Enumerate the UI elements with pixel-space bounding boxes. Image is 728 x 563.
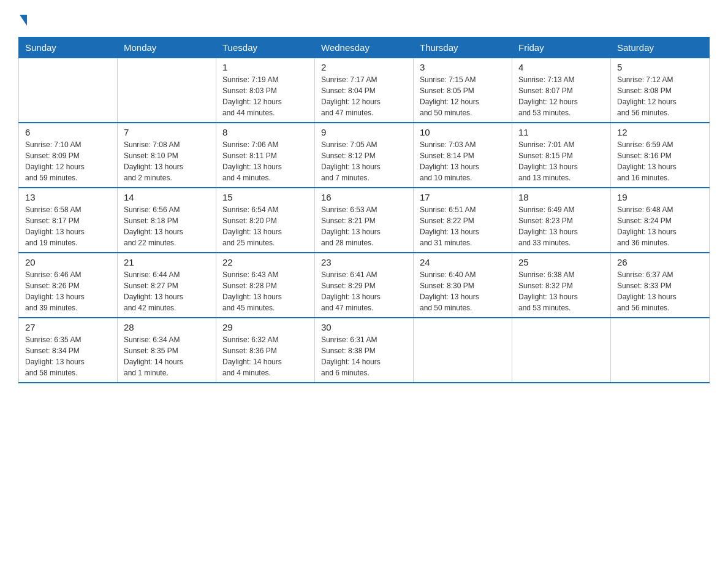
calendar-cell: 25Sunrise: 6:38 AM Sunset: 8:32 PM Dayli…: [512, 253, 611, 318]
weekday-header-saturday: Saturday: [611, 37, 710, 58]
day-detail: Sunrise: 7:08 AM Sunset: 8:10 PM Dayligh…: [124, 139, 210, 183]
weekday-header-sunday: Sunday: [19, 37, 118, 58]
calendar-cell: 21Sunrise: 6:44 AM Sunset: 8:27 PM Dayli…: [118, 253, 216, 318]
day-number: 16: [321, 192, 407, 202]
day-number: 27: [25, 322, 111, 332]
day-number: 11: [518, 127, 604, 137]
calendar-cell: [118, 58, 216, 123]
day-number: 1: [222, 62, 308, 72]
logo: [18, 12, 27, 26]
calendar-week-row: 20Sunrise: 6:46 AM Sunset: 8:26 PM Dayli…: [19, 253, 710, 318]
day-number: 28: [124, 322, 210, 332]
weekday-header-monday: Monday: [118, 37, 216, 58]
day-detail: Sunrise: 7:03 AM Sunset: 8:14 PM Dayligh…: [420, 139, 506, 183]
day-number: 7: [124, 127, 210, 137]
day-number: 14: [124, 192, 210, 202]
day-detail: Sunrise: 6:41 AM Sunset: 8:29 PM Dayligh…: [321, 269, 407, 313]
calendar-cell: [19, 58, 118, 123]
day-number: 5: [617, 62, 703, 72]
day-detail: Sunrise: 6:49 AM Sunset: 8:23 PM Dayligh…: [518, 204, 604, 248]
calendar-week-row: 6Sunrise: 7:10 AM Sunset: 8:09 PM Daylig…: [19, 123, 710, 188]
calendar-cell: 10Sunrise: 7:03 AM Sunset: 8:14 PM Dayli…: [414, 123, 512, 188]
day-detail: Sunrise: 7:19 AM Sunset: 8:03 PM Dayligh…: [222, 74, 308, 118]
calendar-table: SundayMondayTuesdayWednesdayThursdayFrid…: [18, 37, 710, 383]
day-detail: Sunrise: 6:37 AM Sunset: 8:33 PM Dayligh…: [617, 269, 703, 313]
calendar-cell: 24Sunrise: 6:40 AM Sunset: 8:30 PM Dayli…: [414, 253, 512, 318]
day-number: 26: [617, 257, 703, 267]
calendar-cell: 20Sunrise: 6:46 AM Sunset: 8:26 PM Dayli…: [19, 253, 118, 318]
day-number: 13: [25, 192, 111, 202]
day-detail: Sunrise: 6:54 AM Sunset: 8:20 PM Dayligh…: [222, 204, 308, 248]
day-number: 17: [420, 192, 506, 202]
day-detail: Sunrise: 6:51 AM Sunset: 8:22 PM Dayligh…: [420, 204, 506, 248]
day-detail: Sunrise: 6:53 AM Sunset: 8:21 PM Dayligh…: [321, 204, 407, 248]
day-number: 29: [222, 322, 308, 332]
calendar-body: 1Sunrise: 7:19 AM Sunset: 8:03 PM Daylig…: [19, 58, 710, 383]
calendar-cell: 9Sunrise: 7:05 AM Sunset: 8:12 PM Daylig…: [315, 123, 414, 188]
day-number: 2: [321, 62, 407, 72]
calendar-cell: 15Sunrise: 6:54 AM Sunset: 8:20 PM Dayli…: [216, 188, 315, 253]
calendar-cell: [611, 318, 710, 383]
calendar-cell: 1Sunrise: 7:19 AM Sunset: 8:03 PM Daylig…: [216, 58, 315, 123]
day-detail: Sunrise: 7:15 AM Sunset: 8:05 PM Dayligh…: [420, 74, 506, 118]
day-detail: Sunrise: 6:32 AM Sunset: 8:36 PM Dayligh…: [222, 334, 308, 378]
day-number: 22: [222, 257, 308, 267]
day-number: 24: [420, 257, 506, 267]
day-detail: Sunrise: 6:35 AM Sunset: 8:34 PM Dayligh…: [25, 334, 111, 378]
day-detail: Sunrise: 6:43 AM Sunset: 8:28 PM Dayligh…: [222, 269, 308, 313]
day-number: 18: [518, 192, 604, 202]
calendar-cell: 11Sunrise: 7:01 AM Sunset: 8:15 PM Dayli…: [512, 123, 611, 188]
calendar-cell: 28Sunrise: 6:34 AM Sunset: 8:35 PM Dayli…: [118, 318, 216, 383]
day-detail: Sunrise: 7:13 AM Sunset: 8:07 PM Dayligh…: [518, 74, 604, 118]
day-number: 12: [617, 127, 703, 137]
calendar-cell: 7Sunrise: 7:08 AM Sunset: 8:10 PM Daylig…: [118, 123, 216, 188]
day-detail: Sunrise: 6:56 AM Sunset: 8:18 PM Dayligh…: [124, 204, 210, 248]
day-number: 3: [420, 62, 506, 72]
day-number: 10: [420, 127, 506, 137]
day-detail: Sunrise: 6:46 AM Sunset: 8:26 PM Dayligh…: [25, 269, 111, 313]
day-detail: Sunrise: 7:10 AM Sunset: 8:09 PM Dayligh…: [25, 139, 111, 183]
day-detail: Sunrise: 6:44 AM Sunset: 8:27 PM Dayligh…: [124, 269, 210, 313]
day-number: 25: [518, 257, 604, 267]
calendar-cell: 2Sunrise: 7:17 AM Sunset: 8:04 PM Daylig…: [315, 58, 414, 123]
calendar-cell: 4Sunrise: 7:13 AM Sunset: 8:07 PM Daylig…: [512, 58, 611, 123]
calendar-cell: 26Sunrise: 6:37 AM Sunset: 8:33 PM Dayli…: [611, 253, 710, 318]
day-detail: Sunrise: 6:34 AM Sunset: 8:35 PM Dayligh…: [124, 334, 210, 378]
day-detail: Sunrise: 7:06 AM Sunset: 8:11 PM Dayligh…: [222, 139, 308, 183]
day-detail: Sunrise: 7:05 AM Sunset: 8:12 PM Dayligh…: [321, 139, 407, 183]
day-detail: Sunrise: 6:31 AM Sunset: 8:38 PM Dayligh…: [321, 334, 407, 378]
calendar-cell: 5Sunrise: 7:12 AM Sunset: 8:08 PM Daylig…: [611, 58, 710, 123]
calendar-cell: 27Sunrise: 6:35 AM Sunset: 8:34 PM Dayli…: [19, 318, 118, 383]
day-detail: Sunrise: 6:59 AM Sunset: 8:16 PM Dayligh…: [617, 139, 703, 183]
day-number: 21: [124, 257, 210, 267]
weekday-header-tuesday: Tuesday: [216, 37, 315, 58]
weekday-header-friday: Friday: [512, 37, 611, 58]
page-header: [18, 12, 710, 26]
calendar-cell: [414, 318, 512, 383]
calendar-cell: 16Sunrise: 6:53 AM Sunset: 8:21 PM Dayli…: [315, 188, 414, 253]
calendar-cell: 18Sunrise: 6:49 AM Sunset: 8:23 PM Dayli…: [512, 188, 611, 253]
calendar-cell: 12Sunrise: 6:59 AM Sunset: 8:16 PM Dayli…: [611, 123, 710, 188]
calendar-header: SundayMondayTuesdayWednesdayThursdayFrid…: [19, 37, 710, 58]
weekday-header-thursday: Thursday: [414, 37, 512, 58]
calendar-cell: 6Sunrise: 7:10 AM Sunset: 8:09 PM Daylig…: [19, 123, 118, 188]
day-detail: Sunrise: 7:12 AM Sunset: 8:08 PM Dayligh…: [617, 74, 703, 118]
calendar-cell: [512, 318, 611, 383]
calendar-cell: 29Sunrise: 6:32 AM Sunset: 8:36 PM Dayli…: [216, 318, 315, 383]
day-number: 20: [25, 257, 111, 267]
day-number: 19: [617, 192, 703, 202]
day-number: 30: [321, 322, 407, 332]
day-detail: Sunrise: 6:40 AM Sunset: 8:30 PM Dayligh…: [420, 269, 506, 313]
day-detail: Sunrise: 6:58 AM Sunset: 8:17 PM Dayligh…: [25, 204, 111, 248]
calendar-week-row: 27Sunrise: 6:35 AM Sunset: 8:34 PM Dayli…: [19, 318, 710, 383]
day-detail: Sunrise: 6:38 AM Sunset: 8:32 PM Dayligh…: [518, 269, 604, 313]
logo-triangle-icon: [20, 15, 27, 26]
day-number: 23: [321, 257, 407, 267]
day-detail: Sunrise: 6:48 AM Sunset: 8:24 PM Dayligh…: [617, 204, 703, 248]
calendar-week-row: 13Sunrise: 6:58 AM Sunset: 8:17 PM Dayli…: [19, 188, 710, 253]
calendar-cell: 14Sunrise: 6:56 AM Sunset: 8:18 PM Dayli…: [118, 188, 216, 253]
day-number: 8: [222, 127, 308, 137]
calendar-cell: 3Sunrise: 7:15 AM Sunset: 8:05 PM Daylig…: [414, 58, 512, 123]
calendar-cell: 30Sunrise: 6:31 AM Sunset: 8:38 PM Dayli…: [315, 318, 414, 383]
day-number: 6: [25, 127, 111, 137]
